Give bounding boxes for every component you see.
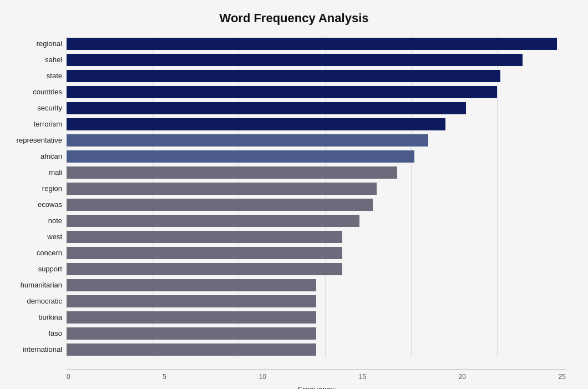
- bar-track: [67, 38, 566, 50]
- bar-row: humanitarian: [67, 277, 566, 293]
- bar-row: support: [67, 261, 566, 277]
- bar-track: [67, 231, 566, 243]
- bar-label: terrorism: [0, 120, 67, 128]
- bar-track: [67, 295, 566, 307]
- bar-label: region: [0, 184, 67, 193]
- bars-wrapper: regionalsahelstatecountriessecurityterro…: [67, 36, 566, 357]
- x-tick: 5: [163, 373, 166, 381]
- bar-label: humanitarian: [0, 281, 67, 289]
- bar-label: democratic: [0, 297, 67, 305]
- bar-track: [67, 263, 566, 275]
- bar-label: international: [0, 345, 67, 353]
- bar-row: countries: [67, 84, 566, 100]
- bar-label: regional: [0, 39, 67, 48]
- bar-row: international: [67, 341, 566, 357]
- bar-row: note: [67, 213, 566, 229]
- bar-label: burkina: [0, 313, 67, 321]
- bar-fill: [67, 327, 316, 340]
- bar-row: regional: [67, 36, 566, 52]
- bar-row: mali: [67, 164, 566, 180]
- bar-label: note: [0, 216, 67, 225]
- bar-fill: [67, 247, 342, 259]
- bar-fill: [67, 343, 316, 356]
- bar-row: african: [67, 148, 566, 164]
- bar-track: [67, 311, 566, 324]
- bar-fill: [67, 54, 523, 66]
- bar-row: concern: [67, 245, 566, 261]
- bar-fill: [67, 86, 497, 98]
- bar-track: [67, 118, 566, 130]
- bar-track: [67, 54, 566, 66]
- bar-fill: [67, 295, 316, 307]
- bar-label: west: [0, 233, 67, 241]
- bar-track: [67, 150, 566, 163]
- x-axis: 0510152025: [67, 370, 566, 381]
- bar-row: faso: [67, 325, 566, 341]
- bar-track: [67, 102, 566, 114]
- bar-label: mali: [0, 168, 67, 176]
- bar-track: [67, 134, 566, 146]
- bar-fill: [67, 118, 445, 130]
- bar-fill: [67, 199, 373, 211]
- bar-row: representative: [67, 132, 566, 148]
- chart-title: Word Frequency Analysis: [22, 11, 566, 26]
- bar-row: state: [67, 68, 566, 84]
- bar-row: west: [67, 229, 566, 245]
- bar-fill: [67, 231, 342, 243]
- x-axis-label: Frequency: [67, 385, 566, 389]
- bar-track: [67, 215, 566, 227]
- bar-fill: [67, 311, 316, 324]
- bar-label: african: [0, 152, 67, 160]
- x-tick: 20: [459, 373, 466, 381]
- bar-row: burkina: [67, 309, 566, 325]
- bar-label: faso: [0, 329, 67, 337]
- x-tick: 25: [559, 373, 566, 381]
- chart-container: Word Frequency Analysis regionalsahelsta…: [0, 0, 588, 389]
- bar-track: [67, 343, 566, 356]
- bar-fill: [67, 215, 359, 227]
- bar-label: sahel: [0, 55, 67, 64]
- bar-track: [67, 70, 566, 82]
- bar-row: democratic: [67, 293, 566, 309]
- bar-track: [67, 199, 566, 211]
- bar-fill: [67, 70, 500, 82]
- bar-fill: [67, 279, 316, 291]
- bar-label: security: [0, 104, 67, 112]
- x-tick: 0: [67, 373, 70, 381]
- bar-track: [67, 166, 566, 179]
- bar-fill: [67, 166, 397, 179]
- bar-track: [67, 247, 566, 259]
- x-tick: 15: [359, 373, 366, 381]
- bar-track: [67, 86, 566, 98]
- bar-row: security: [67, 100, 566, 116]
- bar-track: [67, 279, 566, 291]
- bar-label: ecowas: [0, 200, 67, 209]
- bar-label: countries: [0, 88, 67, 96]
- bar-label: state: [0, 72, 67, 80]
- bar-row: sahel: [67, 52, 566, 68]
- bar-fill: [67, 150, 414, 163]
- bar-fill: [67, 134, 428, 146]
- bar-track: [67, 183, 566, 195]
- bar-row: ecowas: [67, 196, 566, 213]
- bar-fill: [67, 263, 342, 275]
- bar-fill: [67, 38, 557, 50]
- bar-row: region: [67, 180, 566, 196]
- bar-row: terrorism: [67, 116, 566, 132]
- bar-label: representative: [0, 136, 67, 144]
- bar-label: concern: [0, 249, 67, 257]
- bar-label: support: [0, 265, 67, 273]
- x-tick: 10: [259, 373, 266, 381]
- bar-track: [67, 327, 566, 340]
- bar-fill: [67, 102, 466, 114]
- bar-fill: [67, 183, 377, 195]
